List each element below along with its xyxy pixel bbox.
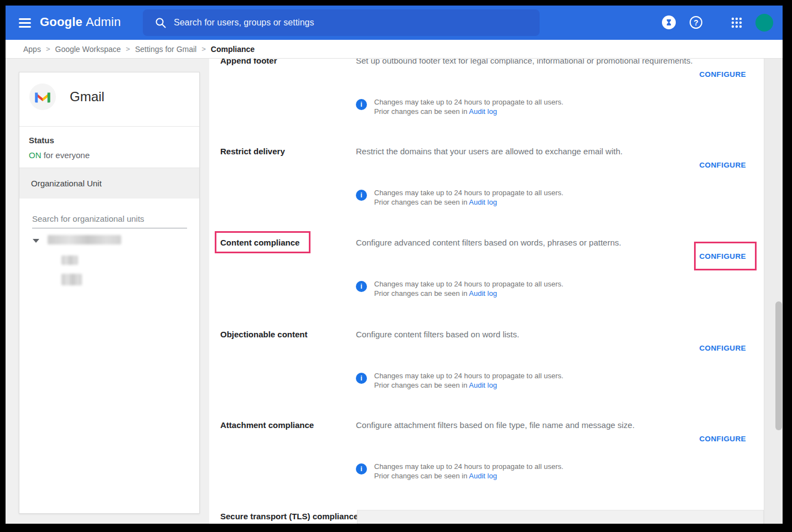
setting-row-append-footer: Append footer Set up outbound footer tex…: [209, 59, 764, 128]
admin-console-window: GoogleAdmin ?: [6, 6, 783, 524]
note-line1: Changes may take up to 24 hours to propa…: [374, 188, 563, 197]
propagation-note: i Changes may take up to 24 hours to pro…: [356, 371, 563, 390]
org-unit-search[interactable]: [32, 211, 187, 228]
propagation-note: i Changes may take up to 24 hours to pro…: [356, 97, 563, 116]
scrollbar-thumb[interactable]: [775, 301, 782, 430]
gmail-service-card: Gmail Status ON for everyone Organizatio…: [19, 72, 200, 514]
hourglass-icon[interactable]: [662, 15, 676, 29]
tree-collapse-arrow-icon[interactable]: [33, 239, 39, 243]
audit-log-link[interactable]: Audit log: [469, 381, 497, 389]
status-on: ON: [29, 150, 42, 160]
setting-description: Restrict the domains that your users are…: [356, 147, 721, 156]
info-icon: i: [356, 190, 367, 201]
configure-button[interactable]: CONFIGURE: [699, 70, 746, 79]
search-icon: [155, 17, 166, 28]
apps-grid-icon[interactable]: [730, 16, 743, 32]
breadcrumb-settings-for-gmail[interactable]: Settings for Gmail: [135, 45, 196, 54]
note-line1: Changes may take up to 24 hours to propa…: [374, 462, 563, 471]
propagation-note: i Changes may take up to 24 hours to pro…: [356, 279, 563, 298]
global-search-bar[interactable]: [143, 9, 540, 36]
audit-log-link[interactable]: Audit log: [469, 107, 497, 116]
gmail-logo-icon: [29, 84, 56, 110]
setting-title: Secure transport (TLS) compliance: [220, 512, 358, 521]
configure-button[interactable]: CONFIGURE: [699, 252, 746, 260]
status-suffix: for everyone: [42, 150, 90, 160]
setting-title: Append footer: [220, 59, 277, 65]
breadcrumb: Apps > Google Workspace > Settings for G…: [6, 40, 783, 59]
breadcrumb-separator: >: [126, 45, 130, 53]
org-unit-header: Organizational Unit: [19, 168, 199, 199]
note-line2: Prior changes can be seen in Audit log: [374, 289, 563, 298]
note-line2: Prior changes can be seen in Audit log: [374, 197, 563, 207]
status-label: Status: [29, 135, 54, 145]
setting-title: Content compliance: [220, 238, 299, 247]
propagation-note: i Changes may take up to 24 hours to pro…: [356, 188, 563, 207]
setting-row-content-compliance: Content compliance Configure advanced co…: [209, 238, 764, 310]
setting-row-restrict-delivery: Restrict delivery Restrict the domains t…: [209, 147, 764, 218]
info-icon: i: [356, 99, 367, 110]
setting-title: Attachment compliance: [220, 420, 314, 430]
note-line1: Changes may take up to 24 hours to propa…: [374, 371, 563, 380]
scrollbar-track[interactable]: [764, 59, 783, 524]
sidebar-background: Gmail Status ON for everyone Organizatio…: [6, 59, 209, 524]
audit-log-link[interactable]: Audit log: [469, 289, 497, 298]
setting-description: Configure advanced content filters based…: [356, 238, 721, 247]
setting-title: Restrict delivery: [220, 147, 285, 156]
status-value: ON for everyone: [29, 150, 90, 160]
global-search-input[interactable]: [174, 18, 531, 28]
compliance-settings-panel: Append footer Set up outbound footer tex…: [209, 59, 764, 524]
brand-wordmark: GoogleAdmin: [40, 15, 121, 29]
org-unit-child-redacted[interactable]: [61, 274, 82, 285]
breadcrumb-apps[interactable]: Apps: [23, 45, 41, 54]
setting-description: Configure attachment filters based on fi…: [356, 420, 721, 430]
note-line2: Prior changes can be seen in Audit log: [374, 107, 563, 116]
breadcrumb-separator: >: [46, 45, 50, 53]
setting-title: Objectionable content: [220, 330, 308, 339]
brand-admin: Admin: [86, 15, 121, 29]
configure-button[interactable]: CONFIGURE: [699, 344, 746, 352]
breadcrumb-current-compliance: Compliance: [211, 45, 255, 54]
note-line2: Prior changes can be seen in Audit log: [374, 380, 563, 390]
info-icon: i: [356, 281, 367, 292]
help-icon[interactable]: ?: [690, 16, 702, 29]
breadcrumb-google-workspace[interactable]: Google Workspace: [55, 45, 121, 54]
org-unit-search-input[interactable]: [32, 211, 187, 228]
card-header: Gmail: [19, 72, 199, 127]
note-line1: Changes may take up to 24 hours to propa…: [374, 279, 563, 289]
brand-google: Google: [40, 15, 82, 29]
info-icon: i: [356, 463, 367, 474]
note-line2: Prior changes can be seen in Audit log: [374, 471, 563, 481]
setting-description: Set up outbound footer text for legal co…: [356, 59, 721, 65]
configure-button[interactable]: CONFIGURE: [699, 435, 746, 443]
setting-row-attachment-compliance: Attachment compliance Configure attachme…: [209, 420, 764, 492]
breadcrumb-separator: >: [201, 45, 206, 53]
service-title: Gmail: [70, 89, 105, 105]
audit-log-link[interactable]: Audit log: [469, 198, 497, 206]
avatar[interactable]: [755, 14, 773, 32]
audit-log-link[interactable]: Audit log: [469, 472, 497, 480]
top-app-bar: GoogleAdmin ?: [6, 6, 783, 40]
hamburger-menu-icon[interactable]: [19, 16, 32, 29]
setting-row-objectionable-content: Objectionable content Configure content …: [209, 330, 764, 401]
note-line1: Changes may take up to 24 hours to propa…: [374, 97, 563, 107]
configure-button[interactable]: CONFIGURE: [699, 161, 746, 169]
info-icon: i: [356, 373, 367, 384]
org-unit-child-redacted[interactable]: [61, 255, 78, 265]
propagation-note: i Changes may take up to 24 hours to pro…: [356, 462, 563, 481]
tls-setting-panel: [357, 510, 764, 524]
org-unit-root-redacted[interactable]: [48, 235, 121, 244]
setting-description: Configure content filters based on word …: [356, 330, 721, 339]
